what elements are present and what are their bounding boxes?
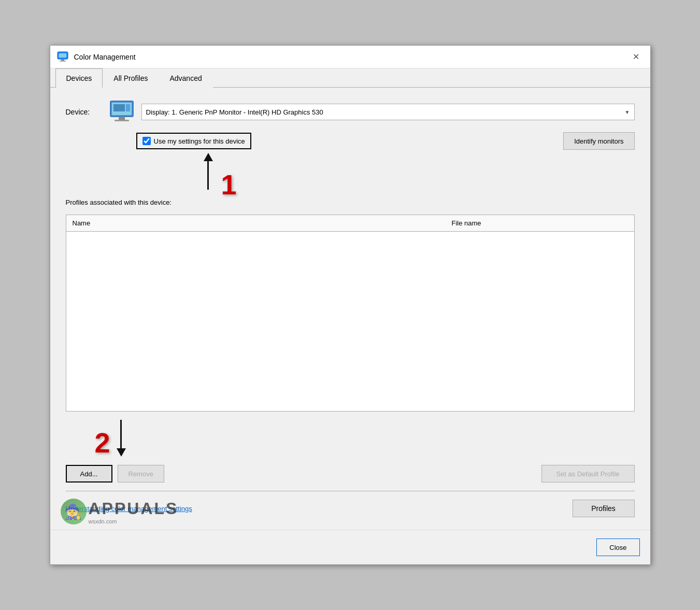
profiles-button[interactable]: Profiles [573,500,635,517]
watermark: 🧙 APPUALS wsxdn.com [61,499,179,524]
column-filename-header: File name [452,219,628,227]
annotation-2-number: 2 [95,427,110,459]
device-dropdown[interactable]: Display: 1. Generic PnP Monitor - Intel(… [141,104,635,120]
watermark-text-area: APPUALS wsxdn.com [89,499,179,524]
tab-devices[interactable]: Devices [55,68,103,88]
annotation-1-area: 1 [136,158,635,201]
arrow2-head [117,448,126,457]
buttons-area: 2 Add... Remove Set as Default Profile [66,420,635,483]
arrow2-container [117,420,126,457]
svg-rect-10 [126,104,130,111]
tab-bar: Devices All Profiles Advanced [50,68,650,88]
remove-button[interactable]: Remove [118,465,164,483]
arrow2-line [120,420,122,448]
color-management-window: Color Management ✕ Devices All Profiles … [50,45,651,565]
arrow1-head [204,153,213,161]
device-row: Device: Display: 1. Generic PnP [66,100,635,124]
profiles-associated-label: Profiles associated with this device: [66,198,635,206]
main-content: Device: Display: 1. Generic PnP [50,88,650,530]
checkbox-container: Use my settings for this device [136,133,251,149]
title-bar: Color Management ✕ [50,46,650,68]
arrow1-line [207,161,209,190]
dialog-footer: Close [50,530,650,564]
watermark-brand: APPUALS [89,499,179,518]
svg-rect-9 [113,104,125,111]
device-dropdown-value: Display: 1. Generic PnP Monitor - Intel(… [146,108,323,116]
tab-all-profiles[interactable]: All Profiles [103,68,159,88]
checkbox-identify-row: Use my settings for this device Identify… [136,132,635,150]
window-close-button[interactable]: ✕ [628,49,644,65]
arrow1-container [204,153,213,190]
svg-rect-4 [57,54,59,58]
annotation-2-area: 2 [95,420,635,459]
table-body [66,232,634,408]
monitor-icon [108,100,135,124]
close-button[interactable]: Close [596,538,639,556]
svg-rect-3 [60,61,66,62]
identify-monitors-button[interactable]: Identify monitors [563,132,634,150]
use-settings-checkbox[interactable] [142,137,151,145]
watermark-site: wsxdn.com [89,518,179,524]
profiles-table: Name File name [66,215,635,412]
window-body: Device: Display: 1. Generic PnP [50,88,650,530]
checkbox-label: Use my settings for this device [154,137,245,145]
dropdown-arrow-icon: ▼ [625,109,630,115]
svg-rect-7 [119,117,125,120]
table-header: Name File name [66,215,634,232]
add-button[interactable]: Add... [66,465,112,483]
watermark-mascot: 🧙 [61,499,87,524]
column-name-header: Name [73,219,452,227]
svg-rect-1 [59,53,66,58]
window-icon [56,51,69,63]
window-title: Color Management [74,53,628,61]
set-default-profile-button[interactable]: Set as Default Profile [541,465,635,483]
bottom-buttons-row: Add... Remove Set as Default Profile [66,465,635,483]
device-label: Device: [66,108,102,116]
tab-advanced[interactable]: Advanced [159,68,212,88]
svg-rect-2 [61,59,64,61]
svg-rect-8 [115,120,129,121]
annotation-1-number: 1 [221,168,237,201]
